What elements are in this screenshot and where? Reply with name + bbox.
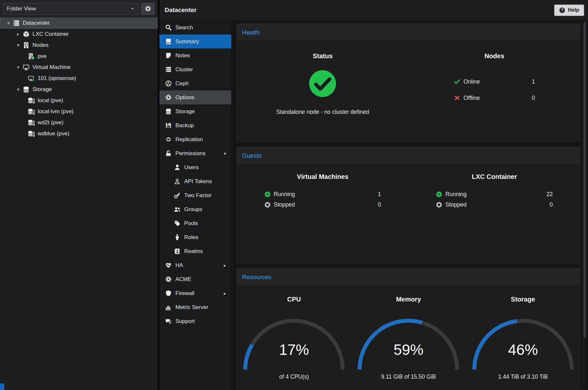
comments-icon	[165, 318, 172, 325]
guest-count: 22	[546, 191, 553, 198]
tree-item-storage[interactable]: ▾Storage	[0, 84, 158, 95]
caret-right-icon[interactable]: ▸	[14, 31, 22, 37]
guests-panel-header: Guests	[237, 147, 580, 165]
main-region: Datacenter ? Help SearchSummaryNotesClus…	[160, 0, 588, 390]
tree-item-virtual-machine[interactable]: ▾Virtual Machine	[0, 62, 158, 73]
menu-item-two-factor[interactable]: Two Factor	[160, 188, 231, 202]
tree-item-local-lvm-pve[interactable]: local-lvm (pve)	[0, 106, 158, 117]
tree-item-pve[interactable]: pve	[0, 51, 158, 62]
cross-icon	[454, 95, 460, 101]
stopped-icon	[264, 202, 271, 208]
menu-item-acme[interactable]: ACME	[160, 272, 231, 286]
menu-item-notes[interactable]: Notes	[160, 48, 231, 62]
menu-item-label: Backup	[175, 122, 194, 129]
guests-column-virtual-machines: Virtual MachinesRunning1Stopped0	[237, 173, 409, 263]
node-status-value: 1	[532, 78, 535, 85]
running-icon	[264, 191, 271, 197]
gauge-storage: Storage46%1.44 TiB of 3.10 TiB	[466, 296, 580, 390]
tree-item-lxc-container[interactable]: ▸LXC Container	[0, 29, 158, 40]
menu-item-cluster[interactable]: Cluster	[160, 62, 231, 76]
key-icon	[174, 192, 181, 199]
tree-item-101-opnsense[interactable]: 101 (opnsense)	[0, 73, 158, 84]
health-panel-body: Status Standalone node - no cluster defi…	[237, 41, 580, 142]
guest-row-virtual-machines-running: Running1	[264, 189, 381, 199]
gauge-caption: 1.44 TiB of 3.10 TiB	[498, 373, 548, 380]
resources-panel-title: Resources	[242, 274, 272, 281]
resource-tree-panel: Folder View ▾Datacenter▸LXC Container▾No…	[0, 0, 160, 390]
tree-header: Folder View	[0, 0, 158, 18]
running-icon	[436, 191, 442, 197]
menu-item-roles[interactable]: Roles	[160, 230, 231, 244]
gauge-percent: 59%	[353, 341, 464, 358]
tree-item-label: local-lvm (pve)	[38, 108, 74, 115]
storage-icon	[28, 130, 35, 137]
caret-down-icon[interactable]: ▾	[14, 87, 22, 92]
guest-row-lxc-container-running: Running22	[436, 189, 553, 199]
page-title: Datacenter	[165, 7, 197, 14]
guest-count: 0	[550, 201, 553, 208]
tree-item-local-pve[interactable]: local (pve)	[0, 95, 158, 106]
menu-item-storage[interactable]: Storage	[160, 104, 231, 118]
tree-item-datacenter[interactable]: ▾Datacenter	[0, 18, 158, 29]
guest-row-lxc-container-stopped: Stopped0	[436, 199, 553, 210]
vm-running-icon	[28, 75, 35, 82]
ceph-icon	[165, 80, 172, 87]
gauge-chart: 46%	[468, 314, 578, 372]
menu-item-label: Pools	[184, 220, 198, 227]
menu-item-label: Notes	[175, 52, 190, 59]
proxmox-app: Folder View ▾Datacenter▸LXC Container▾No…	[0, 0, 588, 390]
datacenter-menu: SearchSummaryNotesClusterCephOptionsStor…	[160, 20, 232, 390]
view-mode-value: Folder View	[7, 6, 36, 12]
menu-item-metric-server[interactable]: Metric Server	[160, 300, 231, 314]
menu-item-firewall[interactable]: Firewall▸	[160, 286, 231, 300]
scrollbar-thumb[interactable]	[583, 22, 586, 338]
guests-panel: Guests Virtual MachinesRunning1Stopped0L…	[236, 147, 581, 263]
menu-item-ceph[interactable]: Ceph	[160, 76, 231, 90]
menu-item-label: ACME	[175, 276, 191, 283]
caret-down-icon[interactable]: ▾	[14, 64, 22, 70]
menu-item-support[interactable]: Support	[160, 314, 231, 328]
menu-item-label: API Tokens	[184, 178, 212, 185]
guests-panel-body: Virtual MachinesRunning1Stopped0LXC Cont…	[237, 165, 580, 263]
tree-item-nodes[interactable]: ▾Nodes	[0, 40, 158, 51]
menu-item-realms[interactable]: Realms	[160, 244, 231, 258]
view-mode-select[interactable]: Folder View	[3, 3, 139, 15]
tree-item-label: wdblue (pve)	[38, 130, 69, 137]
caret-down-icon[interactable]: ▾	[14, 42, 22, 48]
gauge-title: Storage	[511, 296, 535, 303]
menu-item-summary[interactable]: Summary	[160, 34, 231, 48]
guests-panel-title: Guests	[242, 152, 262, 159]
menu-item-groups[interactable]: Groups	[160, 202, 231, 216]
caret-down-icon[interactable]: ▾	[4, 20, 13, 26]
menu-item-backup[interactable]: Backup	[160, 118, 231, 132]
menu-item-label: Search	[175, 24, 193, 31]
health-panel-title: Health	[242, 29, 260, 36]
storage-icon	[28, 119, 35, 126]
guest-count: 0	[378, 201, 381, 208]
menu-item-users[interactable]: Users	[160, 160, 231, 174]
menu-item-search[interactable]: Search	[160, 20, 231, 34]
content-scrollbar[interactable]	[583, 21, 586, 389]
gauge-percent: 17%	[239, 341, 349, 358]
menu-item-label: Firewall	[175, 290, 195, 297]
cluster-status-column: Status Standalone node - no cluster defi…	[237, 41, 409, 142]
menu-item-options[interactable]: Options	[160, 90, 231, 104]
note-icon	[165, 52, 172, 59]
menu-item-replication[interactable]: Replication	[160, 132, 231, 146]
menu-item-ha[interactable]: HA▸	[160, 258, 231, 272]
menu-item-label: HA	[175, 262, 183, 269]
tree-settings-button[interactable]	[141, 3, 154, 15]
shield-icon	[165, 290, 172, 297]
menu-item-pools[interactable]: Pools	[160, 216, 231, 230]
help-button[interactable]: ? Help	[554, 5, 584, 16]
menu-item-label: Summary	[175, 38, 199, 45]
tree-item-wdblue-pve[interactable]: wdblue (pve)	[0, 128, 158, 139]
node-status-value: 0	[532, 95, 535, 101]
certificate-icon	[165, 276, 172, 283]
menu-item-label: Replication	[175, 136, 203, 143]
menu-item-permissions[interactable]: Permissions▾	[160, 146, 231, 160]
menu-item-api-tokens[interactable]: API Tokens	[160, 174, 231, 188]
guest-column-title: LXC Container	[472, 173, 517, 181]
menu-item-label: Two Factor	[184, 192, 211, 199]
tree-item-wd2t-pve[interactable]: wd2t (pve)	[0, 117, 158, 128]
